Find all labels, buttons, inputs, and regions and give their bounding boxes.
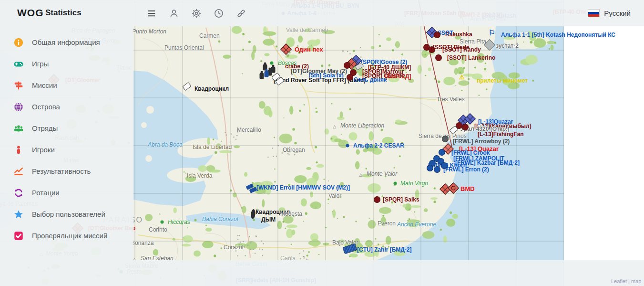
fig-black-marker	[260, 73, 264, 79]
sidebar-item-label: Игры	[32, 60, 49, 68]
sidebar-item-islands[interactable]: Острова	[0, 96, 133, 117]
sidebar-item-label: Миссии	[32, 81, 57, 89]
globe-icon	[13, 102, 24, 112]
gamepad-icon	[13, 59, 24, 69]
veh-blue-marker	[250, 188, 257, 192]
link-icon[interactable]	[236, 8, 246, 19]
sidebar-item-user-selection[interactable]: Выбор пользователей	[0, 203, 133, 225]
da-red-marker	[450, 184, 458, 192]
dq-red-marker	[441, 185, 450, 193]
dq-blue-marker	[466, 115, 474, 123]
dot-gray-marker	[442, 136, 449, 142]
leaflet-attribution[interactable]: Leaflet | map	[611, 278, 641, 284]
sidebar-item-label: Результативность	[32, 167, 91, 175]
dot-red-marker	[462, 124, 469, 130]
tri-marker: △	[333, 121, 337, 130]
star-icon	[13, 209, 24, 220]
veh-white-marker	[450, 127, 458, 133]
veh-white-marker	[183, 84, 191, 89]
refresh-icon	[13, 188, 24, 198]
language-selector[interactable]: Русский	[588, 0, 631, 26]
dot-red-marker	[434, 32, 440, 38]
sidebar-item-label: Общая информация	[32, 38, 100, 46]
user-icon[interactable]	[169, 8, 179, 19]
dot-blue-marker	[427, 165, 433, 171]
tri-marker: △	[359, 169, 363, 178]
dg-gray-marker	[486, 41, 494, 49]
dotg-marker	[394, 182, 397, 185]
sidebar-item-label: Острова	[32, 103, 60, 111]
dot-red-marker	[344, 62, 350, 69]
person-icon	[13, 145, 24, 155]
dotg-marker	[161, 221, 164, 224]
info-icon	[13, 37, 24, 48]
chart-icon	[13, 166, 24, 177]
smoke-marker	[251, 209, 256, 219]
sidebar-item-missions[interactable]: Миссии	[0, 74, 133, 96]
language-label: Русский	[604, 9, 631, 17]
veh-white-marker	[276, 79, 284, 84]
veh-gray-marker	[356, 64, 363, 69]
users-icon	[13, 123, 24, 134]
fig-blue-marker	[265, 71, 269, 77]
sidebar-item-label: Ротации	[32, 189, 60, 197]
menu-icon[interactable]	[146, 8, 157, 19]
dot-red-marker	[374, 196, 380, 203]
sidebar-item-players[interactable]: Игроки	[0, 139, 133, 160]
sidebar-item-label: Отряды	[32, 124, 58, 132]
app-logo[interactable]: WOG	[17, 7, 44, 19]
warn-yellow-marker: ⚠	[459, 73, 465, 81]
dot-red-marker	[435, 54, 442, 61]
russia-flag-icon	[588, 9, 600, 17]
dot-blue-sm-marker	[346, 144, 349, 148]
dot-red-marker	[347, 74, 353, 81]
sidebar-item-performance[interactable]: Результативность	[0, 160, 133, 182]
settings-icon[interactable]	[191, 8, 202, 19]
dot-blue-marker	[434, 166, 440, 173]
dot-red-marker	[429, 46, 435, 53]
sidebar-item-mission-checker[interactable]: Проверяльщик миссий	[0, 225, 133, 246]
dotg-marker	[270, 62, 274, 65]
sidebar-item-games[interactable]: Игры	[0, 53, 133, 74]
sidebar-item-label: Выбор пользователей	[32, 210, 105, 218]
page-title: Statistics	[45, 8, 82, 18]
apc-blue-marker	[343, 245, 357, 253]
check-icon	[13, 231, 24, 241]
dot-blue-marker	[441, 162, 448, 169]
sidebar-item-label: Проверяльщик миссий	[32, 232, 107, 240]
dq-pink-marker	[444, 145, 452, 153]
sidebar-item-general-info[interactable]: Общая информация	[0, 32, 133, 53]
flag-blue-marker: ⚐	[489, 29, 495, 37]
sidebar-item-label: Игроки	[32, 146, 55, 154]
sidebar-item-squads[interactable]: Отряды	[0, 117, 133, 139]
dot-blue-marker	[439, 149, 445, 156]
wog-statistics-app: { "header": { "logo": "WOG", "title": "S…	[0, 0, 644, 286]
sidebar-item-rotations[interactable]: Ротации	[0, 182, 133, 203]
signpost-icon	[13, 80, 24, 91]
clock-icon[interactable]	[214, 8, 224, 19]
dq-red-marker	[282, 45, 290, 53]
